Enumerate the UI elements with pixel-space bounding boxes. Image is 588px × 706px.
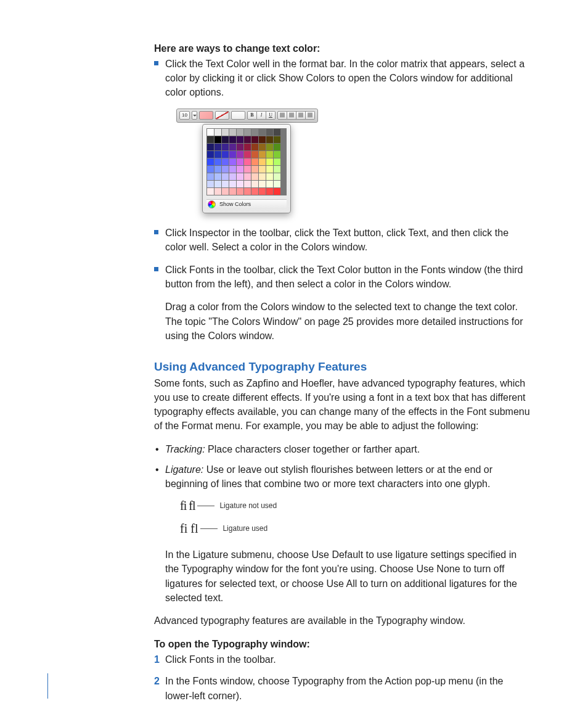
align-right-button[interactable] bbox=[296, 111, 306, 120]
color-matrix-cell[interactable] bbox=[244, 151, 251, 158]
stroke-color-well[interactable] bbox=[231, 111, 245, 120]
color-matrix-cell[interactable] bbox=[251, 166, 258, 173]
color-matrix-cell[interactable] bbox=[214, 158, 221, 165]
color-matrix-cell[interactable] bbox=[266, 136, 273, 143]
color-matrix-cell[interactable] bbox=[244, 181, 251, 187]
color-matrix-cell[interactable] bbox=[251, 144, 258, 150]
color-matrix-cell[interactable] bbox=[266, 144, 273, 150]
color-matrix-cell[interactable] bbox=[237, 188, 243, 195]
color-matrix-cell[interactable] bbox=[274, 158, 280, 165]
color-matrix-cell[interactable] bbox=[207, 144, 214, 150]
color-matrix-cell[interactable] bbox=[259, 188, 266, 195]
color-matrix-cell[interactable] bbox=[222, 151, 229, 158]
color-matrix-cell[interactable] bbox=[229, 136, 236, 143]
color-matrix-cell[interactable] bbox=[259, 136, 266, 143]
color-matrix-cell[interactable] bbox=[244, 188, 251, 195]
color-matrix-cell[interactable] bbox=[244, 136, 251, 143]
color-matrix-cell[interactable] bbox=[274, 166, 280, 173]
font-size-stepper[interactable] bbox=[192, 111, 197, 120]
color-matrix-cell[interactable] bbox=[229, 158, 236, 165]
color-matrix-cell[interactable] bbox=[214, 144, 221, 150]
color-matrix-cell[interactable] bbox=[214, 173, 221, 180]
color-matrix-cell[interactable] bbox=[266, 173, 273, 180]
color-matrix-cell[interactable] bbox=[266, 188, 273, 195]
color-matrix-cell[interactable] bbox=[214, 166, 221, 173]
color-matrix-cell[interactable] bbox=[259, 151, 266, 158]
color-matrix-cell[interactable] bbox=[207, 158, 214, 165]
color-matrix-cell[interactable] bbox=[244, 144, 251, 150]
align-center-button[interactable] bbox=[287, 111, 296, 120]
color-matrix-cell[interactable] bbox=[266, 129, 273, 136]
color-matrix-cell[interactable] bbox=[222, 181, 229, 187]
color-matrix-cell[interactable] bbox=[274, 129, 280, 136]
color-matrix-cell[interactable] bbox=[251, 158, 258, 165]
color-matrix-cell[interactable] bbox=[259, 129, 266, 136]
color-matrix-cell[interactable] bbox=[207, 136, 214, 143]
color-matrix-cell[interactable] bbox=[266, 151, 273, 158]
color-matrix-cell[interactable] bbox=[244, 166, 251, 173]
color-matrix-cell[interactable] bbox=[259, 144, 266, 150]
color-matrix-cell[interactable] bbox=[266, 158, 273, 165]
color-matrix-cell[interactable] bbox=[251, 151, 258, 158]
color-matrix-cell[interactable] bbox=[229, 173, 236, 180]
color-matrix-cell[interactable] bbox=[207, 166, 214, 173]
color-matrix-cell[interactable] bbox=[214, 151, 221, 158]
color-matrix-cell[interactable] bbox=[251, 173, 258, 180]
color-matrix-cell[interactable] bbox=[229, 151, 236, 158]
color-matrix-cell[interactable] bbox=[266, 181, 273, 187]
color-matrix-cell[interactable] bbox=[229, 166, 236, 173]
color-matrix-cell[interactable] bbox=[274, 181, 280, 187]
color-matrix-cell[interactable] bbox=[274, 173, 280, 180]
color-matrix-cell[interactable] bbox=[259, 173, 266, 180]
color-matrix-cell[interactable] bbox=[214, 129, 221, 136]
color-matrix-cell[interactable] bbox=[222, 158, 229, 165]
color-matrix-cell[interactable] bbox=[222, 166, 229, 173]
fill-color-well[interactable] bbox=[215, 111, 229, 120]
color-matrix-cell[interactable] bbox=[251, 129, 258, 136]
color-matrix-cell[interactable] bbox=[222, 173, 229, 180]
color-matrix-cell[interactable] bbox=[244, 158, 251, 165]
color-matrix-cell[interactable] bbox=[237, 129, 243, 136]
color-matrix-cell[interactable] bbox=[214, 181, 221, 187]
color-matrix-cell[interactable] bbox=[259, 166, 266, 173]
color-matrix-cell[interactable] bbox=[237, 158, 243, 165]
color-matrix-cell[interactable] bbox=[266, 166, 273, 173]
bold-button[interactable]: B bbox=[247, 111, 257, 120]
color-matrix-cell[interactable] bbox=[237, 151, 243, 158]
color-matrix-cell[interactable] bbox=[237, 173, 243, 180]
color-matrix-cell[interactable] bbox=[251, 188, 258, 195]
color-matrix-cell[interactable] bbox=[214, 136, 221, 143]
color-matrix-cell[interactable] bbox=[259, 158, 266, 165]
italic-button[interactable]: I bbox=[257, 111, 266, 120]
color-matrix-cell[interactable] bbox=[237, 166, 243, 173]
color-matrix-cell[interactable] bbox=[229, 181, 236, 187]
color-matrix-cell[interactable] bbox=[229, 144, 236, 150]
color-matrix-cell[interactable] bbox=[207, 129, 214, 136]
color-matrix-cell[interactable] bbox=[222, 144, 229, 150]
color-matrix-cell[interactable] bbox=[259, 181, 266, 187]
color-matrix-cell[interactable] bbox=[251, 136, 258, 143]
color-matrix-cell[interactable] bbox=[207, 181, 214, 187]
color-matrix-cell[interactable] bbox=[274, 136, 280, 143]
color-matrix-cell[interactable] bbox=[207, 188, 214, 195]
color-matrix-cell[interactable] bbox=[274, 188, 280, 195]
color-matrix-cell[interactable] bbox=[214, 188, 221, 195]
color-matrix[interactable] bbox=[206, 128, 287, 195]
color-matrix-cell[interactable] bbox=[274, 151, 280, 158]
color-matrix-cell[interactable] bbox=[207, 173, 214, 180]
color-matrix-cell[interactable] bbox=[229, 129, 236, 136]
color-matrix-cell[interactable] bbox=[244, 129, 251, 136]
color-matrix-cell[interactable] bbox=[244, 173, 251, 180]
text-color-well[interactable] bbox=[199, 111, 213, 120]
color-matrix-cell[interactable] bbox=[222, 188, 229, 195]
align-justify-button[interactable] bbox=[306, 111, 315, 120]
font-size-field[interactable]: 10 bbox=[179, 111, 190, 120]
underline-button[interactable]: U bbox=[266, 111, 276, 120]
color-matrix-cell[interactable] bbox=[237, 181, 243, 187]
color-matrix-cell[interactable] bbox=[222, 129, 229, 136]
color-matrix-cell[interactable] bbox=[207, 151, 214, 158]
show-colors-button[interactable]: Show Colors bbox=[206, 199, 287, 209]
color-matrix-cell[interactable] bbox=[251, 181, 258, 187]
color-matrix-cell[interactable] bbox=[222, 136, 229, 143]
align-left-button[interactable] bbox=[277, 111, 287, 120]
